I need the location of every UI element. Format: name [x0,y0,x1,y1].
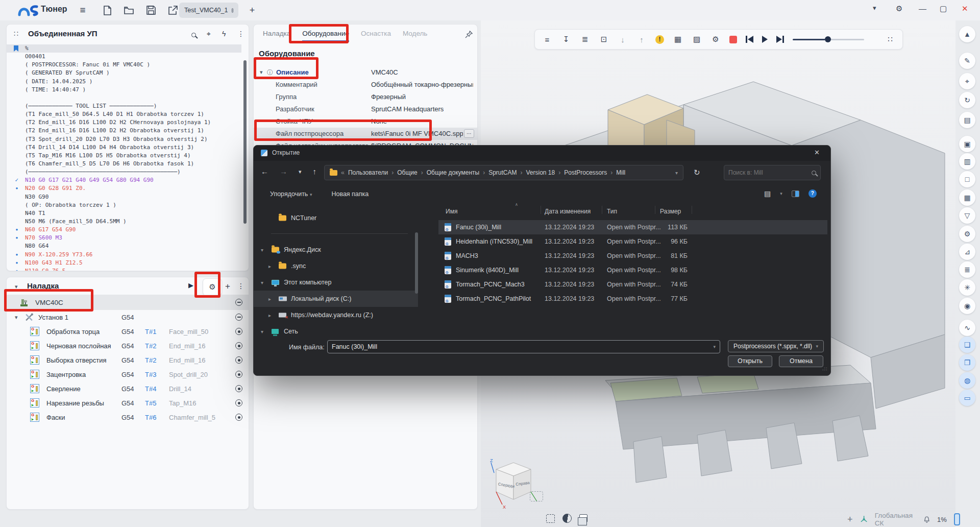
program-list-icon[interactable]: ≣ [959,261,975,278]
print-icon[interactable]: ▥ [959,153,975,170]
code-line[interactable]: % [7,44,241,53]
search-input[interactable] [728,169,805,176]
drag-handle-icon[interactable]: ∷ [14,30,18,38]
web-icon[interactable]: ◍ [959,372,975,389]
control-panel-icon[interactable]: ▦ [673,35,683,44]
code-line[interactable]: ●N110 G0 Z6.5 [7,267,241,271]
file-row[interactable]: Fanuc (30i)_Mill13.12.2024 19:23Open wit… [438,220,827,234]
col-date[interactable]: Дата изменения [545,208,591,215]
operation-row[interactable]: G➤Выборка отверстияG54T#2End_mill_16 [7,353,249,367]
nc-scrollbar[interactable] [243,60,247,224]
simulation-settings-icon[interactable]: ⚙ [710,35,721,44]
code-line[interactable]: N30 G90 [7,193,241,201]
property-row[interactable]: ГруппаФрезерный [254,91,478,103]
dialog-titlebar[interactable]: Открытие ✕ [254,146,830,161]
code-line[interactable]: ●N90 X-120.259 Y73.66 [7,251,241,259]
play-icon[interactable] [762,36,768,43]
property-row[interactable]: ▾ⓘОписаниеVMC40C [254,66,478,79]
machine-settings-button[interactable]: ⚙ [203,278,222,296]
breadcrumb-item[interactable]: PostProcessors [564,169,607,176]
machine-row[interactable]: VMC40C [7,295,249,310]
tab-наладка[interactable]: Наладка [263,30,290,42]
tree-item[interactable]: ▾Яндекс.Диск [254,242,418,258]
home-view-outline-icon[interactable] [530,491,543,501]
open-button[interactable]: Открыть [728,355,772,367]
breadcrumb-item[interactable]: Общие документы [427,169,479,176]
stop-icon[interactable] [729,36,737,43]
help-icon[interactable]: ? [808,189,817,198]
coordinate-system-icon[interactable] [860,515,868,524]
tree-chevron-icon[interactable]: ▸ [268,313,271,318]
resize-grip[interactable]: .:: [822,366,828,371]
tree-scrollbar[interactable] [415,232,418,294]
code-line[interactable]: ( DATE: 14.04.2025 ) [7,78,241,86]
tab-оборудование[interactable]: Оборудование [302,30,349,42]
layout-grid-icon[interactable]: ∷ [885,35,895,44]
operation-row[interactable]: G➤ЗацентровкаG54T#3Spot_drill_20 [7,367,249,381]
add-cs-icon[interactable]: + [847,514,853,525]
nc-code-area[interactable]: %O00401( POSTPROCESSOR: Fanuc 0i MF VMC4… [7,44,241,271]
tree-item[interactable]: NCTuner [254,210,418,226]
file-row[interactable]: Tormach_PCNC_PathPilot13.12.2024 19:23Op… [438,292,827,306]
code-line[interactable]: ●N100 G43 H1 Z12.5 [7,259,241,267]
tree-chevron-icon[interactable]: ▾ [261,247,263,253]
code-line[interactable]: ✓N10 G0 G17 G21 G40 G49 G54 G80 G94 G90 [7,176,241,184]
point-icon[interactable]: ◉ [959,298,975,314]
property-row[interactable]: Стойка ЧПУNone [254,115,478,128]
tree-chevron-icon[interactable]: ▾ [261,329,263,334]
breadcrumb-item[interactable]: Mill [616,169,625,176]
warnings-icon[interactable]: ! [655,35,664,44]
preview-pane-icon[interactable] [792,190,799,197]
search-icon[interactable] [191,31,196,39]
breadcrumb-item[interactable]: Общие [397,169,417,176]
operation-visibility-toggle[interactable] [235,356,242,364]
filename-input[interactable] [332,343,699,350]
measure-icon[interactable]: ⊿ [959,244,975,260]
tree-chevron-icon[interactable]: ▸ [268,296,271,302]
code-line[interactable]: ●N60 G17 G54 G90 [7,226,241,234]
operation-visibility-toggle[interactable] [235,414,242,421]
lightning-icon[interactable]: ϟ [222,30,226,38]
property-row[interactable]: РазработчикSprutCAM Headquarters [254,103,478,115]
render-icon[interactable]: ▣ [959,136,975,152]
col-name[interactable]: Имя [446,208,457,215]
main-menu-icon[interactable]: ≡ [77,4,89,16]
shading-mode-icon[interactable] [562,514,572,523]
file-row[interactable]: Tormach_PCNC_Mach313.12.2024 19:23Open w… [438,277,827,292]
code-line[interactable]: ( TIME: 14:40:47 ) [7,86,241,94]
code-line[interactable]: (───────────── TOOL LIST ─────────────) [7,102,241,110]
goto-current-line-icon[interactable]: ↧ [561,35,571,44]
code-line[interactable]: ●N70 S600 M3 [7,234,241,242]
kebab-menu-icon[interactable]: ⋮ [237,30,244,38]
tab-оснастка[interactable]: Оснастка [361,30,391,42]
new-folder-button[interactable]: Новая папка [331,190,369,198]
tab-модель[interactable]: Модель [403,30,427,42]
collapse-chevron-icon[interactable]: ▾ [15,283,18,290]
code-line[interactable]: (───────────────────────────────────────… [7,168,241,176]
tree-item[interactable]: ▸.sync [254,258,418,274]
minimize-icon[interactable]: — [919,4,926,13]
view-mode-chevron-icon[interactable]: ▾ [780,191,782,196]
open-file-icon[interactable] [123,4,135,16]
code-line[interactable]: (T5 Tap_M16 M16 L100 D5 H5 Obrabotka otv… [7,152,241,160]
nav-history-chevron-icon[interactable]: ▾ [299,167,302,176]
code-line[interactable]: ●N20 G0 G28 G91 Z0. [7,184,241,193]
property-row[interactable]: Файл постпроцессораkets\Fanuc 0i MF VMC4… [254,128,478,140]
model-display-icon[interactable] [579,514,587,522]
operation-row[interactable]: G➤Обработка торцаG54T#1Face_mill_50 [7,324,249,339]
skip-to-start-icon[interactable] [746,36,753,43]
code-line[interactable]: (T2 End_mill_16 D16 L100 D2 H2 CHernovay… [7,118,241,127]
machine-settings-icon[interactable]: ⚙ [959,226,975,242]
file-row[interactable]: Heidenhain (iTNC530)_Mill13.12.2024 19:2… [438,234,827,249]
file-row[interactable]: MACH313.12.2024 19:23Open with Postpr...… [438,249,827,263]
cancel-button[interactable]: Отмена [779,355,823,367]
col-size[interactable]: Размер [660,208,681,215]
chat-icon[interactable]: ❏ [959,337,975,353]
nav-forward-icon[interactable]: → [280,167,287,176]
speed-slider[interactable] [793,36,864,43]
document-tab[interactable]: Test_VMC40_1 [179,3,238,18]
property-row[interactable]: КомментарийОбобщённый токарно-фрезерный [254,79,478,91]
operation-visibility-toggle[interactable] [235,328,242,335]
code-line[interactable]: (T3 Spot_drill_20 D20 L70 D3 H3 Obrabotk… [7,135,241,143]
view-mode-icon[interactable]: ▤ [764,189,771,198]
